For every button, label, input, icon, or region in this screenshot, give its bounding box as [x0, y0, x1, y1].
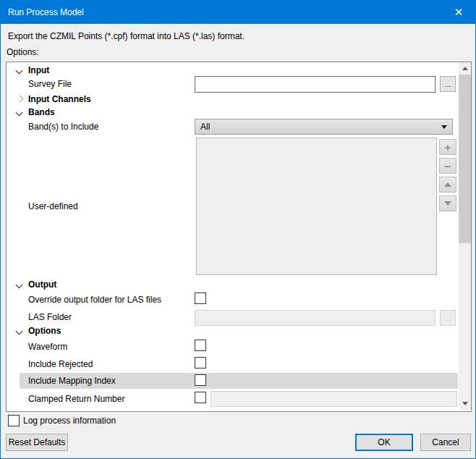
chevron-down-icon: [16, 67, 23, 75]
chevron-down-icon: [16, 282, 23, 289]
chevron-down-icon: [16, 328, 23, 335]
bands-include-label: Band(s) to Include: [28, 122, 98, 132]
log-process-label: Log process information: [23, 416, 116, 426]
include-mapping-index-checkbox[interactable]: [195, 374, 206, 386]
clamped-return-label: Clamped Return Number: [28, 394, 124, 404]
title-bar: Run Process Model ✕: [1, 1, 475, 24]
survey-file-label: Survey File: [28, 79, 72, 89]
minus-icon: −: [445, 161, 451, 172]
survey-file-browse-button[interactable]: ...: [440, 76, 456, 92]
bands-include-dropdown[interactable]: All: [195, 119, 453, 135]
section-label: Options: [28, 326, 61, 336]
move-down-icon: [444, 201, 451, 206]
section-label: Bands: [28, 107, 55, 117]
user-defined-list[interactable]: [196, 138, 437, 275]
chevron-right-icon: [17, 96, 24, 103]
las-folder-browse-button[interactable]: ...: [440, 310, 456, 326]
close-button[interactable]: ✕: [442, 1, 475, 24]
survey-file-input[interactable]: [195, 76, 435, 93]
run-process-model-dialog: Run Process Model ✕ Export the CZMIL Poi…: [0, 0, 476, 459]
scroll-down-button[interactable]: [459, 397, 471, 410]
add-item-button[interactable]: +: [439, 139, 456, 155]
waveform-checkbox[interactable]: [195, 340, 206, 351]
scroll-down-icon: [462, 402, 468, 405]
move-down-button[interactable]: [439, 195, 456, 211]
las-folder-input[interactable]: [195, 310, 435, 326]
section-label: Input: [28, 65, 49, 75]
include-rejected-label: Include Rejected: [28, 359, 93, 369]
dialog-description: Export the CZMIL Points (*.cpf) format i…: [8, 31, 245, 41]
options-panel: Input Survey File ... Input Channels Ban…: [6, 62, 472, 412]
bands-include-selected-value: All: [200, 122, 210, 132]
window-title: Run Process Model: [1, 7, 84, 17]
log-process-checkbox[interactable]: [8, 415, 20, 426]
remove-item-button[interactable]: −: [439, 158, 456, 174]
clamped-return-input[interactable]: [211, 391, 457, 407]
chevron-down-icon: [16, 109, 23, 117]
close-icon: ✕: [454, 6, 464, 19]
section-label: Input Channels: [28, 94, 91, 104]
panel-scrollbar[interactable]: [459, 62, 471, 410]
scroll-up-icon: [462, 67, 468, 70]
scrollbar-thumb[interactable]: [459, 75, 471, 243]
options-label: Options:: [7, 47, 39, 57]
waveform-label: Waveform: [28, 342, 67, 352]
section-label: Output: [28, 279, 56, 290]
user-defined-label: User-defined: [28, 201, 78, 211]
plus-icon: +: [445, 142, 451, 153]
scroll-up-button[interactable]: [459, 62, 471, 75]
las-folder-label: LAS Folder: [28, 312, 72, 322]
cancel-button[interactable]: Cancel: [420, 434, 471, 451]
move-up-icon: [444, 182, 451, 187]
include-rejected-checkbox[interactable]: [195, 357, 206, 369]
dropdown-arrow-icon: [441, 125, 447, 129]
override-output-checkbox[interactable]: [195, 292, 206, 304]
move-up-button[interactable]: [439, 177, 456, 193]
include-mapping-index-label: Include Mapping Index: [28, 376, 116, 386]
clamped-return-checkbox[interactable]: [195, 392, 206, 403]
override-output-label: Override output folder for LAS files: [28, 295, 161, 305]
reset-defaults-button[interactable]: Reset Defaults: [6, 434, 68, 451]
ok-button[interactable]: OK: [355, 434, 413, 451]
